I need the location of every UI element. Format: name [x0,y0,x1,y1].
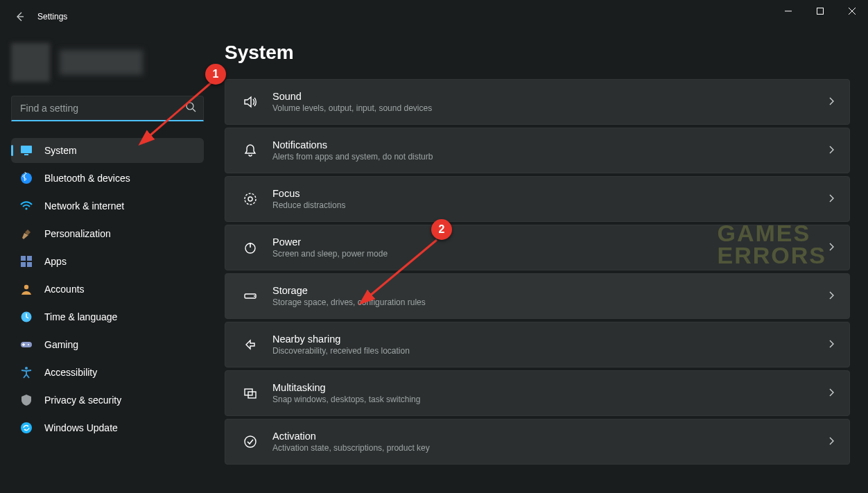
svg-point-16 [245,193,256,205]
chevron-right-icon [827,338,835,351]
sidebar-nav: SystemBluetooth & devicesNetwork & inter… [11,138,204,440]
svg-rect-6 [21,256,26,261]
sidebar-item-label: Accounts [44,284,85,295]
chevron-right-icon [827,290,835,302]
card-activation[interactable]: Activation Activation state, subscriptio… [225,419,850,465]
svg-point-17 [248,197,252,201]
svg-point-13 [28,344,29,345]
settings-cards: Sound Volume levels, output, input, soun… [225,79,850,465]
sidebar-item-personalization[interactable]: Personalization [11,221,204,246]
card-subtitle: Snap windows, desktops, task switching [272,395,420,404]
card-subtitle: Storage space, drives, configuration rul… [272,297,426,307]
card-subtitle: Activation state, subscriptions, product… [272,443,430,453]
card-sound[interactable]: Sound Volume levels, output, input, soun… [225,79,850,125]
card-title: Storage [272,285,426,296]
sidebar-item-accounts[interactable]: Accounts [11,277,204,302]
card-title: Sound [272,91,432,102]
nearby-icon [238,337,263,352]
focus-icon [238,191,263,207]
clock-icon [19,310,33,324]
back-button[interactable] [10,6,31,27]
card-text: Sound Volume levels, output, input, soun… [272,91,432,113]
brush-icon [19,227,33,241]
sidebar-item-label: Accessibility [44,367,97,378]
svg-rect-3 [24,154,28,155]
grid-icon [19,254,33,268]
card-title: Nearby sharing [272,334,410,345]
sidebar-item-system[interactable]: System [11,138,204,163]
update-icon [19,421,33,435]
chevron-right-icon [827,435,835,448]
watermark-line1: GAMES [718,222,826,244]
close-button[interactable] [836,0,868,22]
chevron-right-icon [827,241,835,254]
gamepad-icon [19,338,33,352]
card-subtitle: Alerts from apps and system, do not dist… [272,152,433,162]
svg-rect-8 [21,262,26,267]
sidebar: SystemBluetooth & devicesNetwork & inter… [0,33,215,493]
sidebar-item-label: Network & internet [44,200,124,211]
card-storage[interactable]: Storage Storage space, drives, configura… [225,273,850,319]
card-subtitle: Reduce distractions [272,200,345,210]
sidebar-item-label: Gaming [44,339,78,350]
card-subtitle: Discoverability, received files location [272,346,410,356]
maximize-button[interactable] [804,0,836,22]
sidebar-item-label: Windows Update [44,422,118,433]
notifications-icon [238,143,263,158]
svg-point-1 [186,103,193,110]
bluetooth-icon [19,171,33,185]
watermark-line2: ERRORS [718,244,826,266]
minimize-button[interactable] [772,0,804,22]
chevron-right-icon [827,96,835,108]
card-text: Activation Activation state, subscriptio… [272,431,430,453]
sidebar-item-privacy-security[interactable]: Privacy & security [11,388,204,413]
sidebar-item-network-internet[interactable]: Network & internet [11,193,204,218]
sidebar-item-label: Apps [44,256,67,267]
accessibility-icon [19,365,33,379]
card-text: Power Screen and sleep, power mode [272,236,388,259]
page-title: System [225,42,850,64]
card-subtitle: Screen and sleep, power mode [272,249,388,259]
watermark: GAMES ERRORS [718,222,826,267]
sidebar-item-label: Personalization [44,228,111,239]
card-title: Activation [272,431,430,442]
window-controls [772,0,868,33]
card-notifications[interactable]: Notifications Alerts from apps and syste… [225,128,850,173]
sidebar-item-gaming[interactable]: Gaming [11,332,204,357]
sidebar-item-label: Bluetooth & devices [44,173,130,184]
card-title: Notifications [272,139,433,150]
search-icon [185,101,196,115]
card-title: Focus [272,188,345,199]
sidebar-item-time-language[interactable]: Time & language [11,304,204,329]
chevron-right-icon [827,193,835,205]
search-box[interactable] [11,96,204,121]
sidebar-item-accessibility[interactable]: Accessibility [11,360,204,385]
card-multitasking[interactable]: Multitasking Snap windows, desktops, tas… [225,370,850,416]
monitor-icon [19,144,33,157]
card-title: Multitasking [272,382,420,393]
profile-name [60,50,143,75]
close-icon [849,8,856,15]
search-input[interactable] [12,96,203,120]
annotation-marker-1: 1 [205,64,226,85]
card-title: Power [272,236,388,248]
card-focus[interactable]: Focus Reduce distractions [225,176,850,222]
sidebar-item-windows-update[interactable]: Windows Update [11,415,204,440]
sound-icon [238,94,263,110]
sidebar-item-bluetooth-devices[interactable]: Bluetooth & devices [11,166,204,191]
svg-point-5 [25,207,27,209]
svg-point-4 [21,173,32,184]
card-text: Notifications Alerts from apps and syste… [272,139,433,162]
sidebar-item-apps[interactable]: Apps [11,249,204,274]
profile-block[interactable] [11,43,204,82]
shield-icon [19,393,33,407]
svg-rect-2 [21,146,32,153]
sidebar-item-label: Privacy & security [44,395,121,406]
card-subtitle: Volume levels, output, input, sound devi… [272,103,432,113]
maximize-icon [817,8,824,15]
titlebar: Settings [0,0,868,33]
svg-rect-7 [27,256,32,261]
card-nearby[interactable]: Nearby sharing Discoverability, received… [225,322,850,367]
multitasking-icon [238,386,263,401]
minimize-icon [785,8,792,15]
